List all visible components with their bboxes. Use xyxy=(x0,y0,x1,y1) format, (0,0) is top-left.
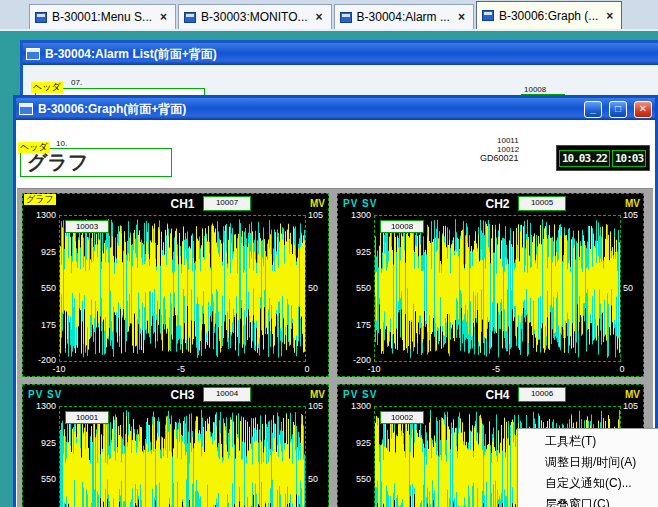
y-axis-label: 550 xyxy=(339,283,371,293)
tab-label: B-30006:Graph (... xyxy=(499,9,598,23)
document-tab-bar: B-30001:Menu S... × B-30003:MONITO... × … xyxy=(0,0,658,31)
y-axis-label: 925 xyxy=(24,247,56,257)
y2-axis-label: 50 xyxy=(308,474,330,484)
screen-title-text: グラフ xyxy=(21,149,171,176)
pv-sv-label: PV SV xyxy=(343,389,377,400)
trend-noise-canvas xyxy=(375,216,620,361)
object-id-badge: 10006 xyxy=(518,387,566,402)
menu-item-adjust-datetime[interactable]: 调整日期/时间(A) xyxy=(518,452,658,473)
graph-window-title: B-30006:Graph(前面+背面) xyxy=(38,101,577,118)
trend-noise-canvas xyxy=(60,216,305,361)
tab-b30001[interactable]: B-30001:Menu S... × xyxy=(29,4,176,29)
trend-plot xyxy=(374,215,621,362)
chart-tile-ch2[interactable]: PV SV CH2 10005 MV 1300 925 550 175 -200… xyxy=(337,193,644,377)
pv-sv-label: PV SV xyxy=(28,389,62,400)
trend-plot xyxy=(59,215,306,362)
y-axis-label: 1300 xyxy=(24,401,56,411)
y-axis-label: 1300 xyxy=(24,210,56,220)
mv-label: MV xyxy=(310,198,325,209)
y2-axis-label: 105 xyxy=(308,401,330,411)
y-axis-label: 1300 xyxy=(339,401,371,411)
tab-label: B-30003:MONITO... xyxy=(201,10,307,24)
tab-close-icon[interactable]: × xyxy=(603,9,616,23)
chart-tile-ch3[interactable]: PV SV CH3 10004 MV 1300 925 550 175 -200… xyxy=(22,384,329,507)
screen-icon xyxy=(482,10,494,21)
minimize-button[interactable]: _ xyxy=(584,101,602,118)
plot-object-id-badge: 10003 xyxy=(65,220,109,233)
clock-display-object[interactable]: 10.03.22 10:03 xyxy=(556,145,650,171)
y2-axis-label: 105 xyxy=(623,401,645,411)
y2-axis-label: 50 xyxy=(308,283,330,293)
y-axis-label: 1300 xyxy=(339,210,371,220)
y-axis-label: 925 xyxy=(339,247,371,257)
tab-b30003[interactable]: B-30003:MONITO... × xyxy=(178,4,331,29)
object-id-label: 10. xyxy=(56,139,67,148)
window-icon xyxy=(19,103,33,115)
tab-label: B-30001:Menu S... xyxy=(52,10,152,24)
menu-item-label: 自定义通知(C)... xyxy=(545,475,632,492)
alarm-window-titlebar[interactable]: B-30004:Alarm List(前面+背面) xyxy=(23,43,658,65)
tab-close-icon[interactable]: × xyxy=(455,10,468,24)
screen-icon xyxy=(35,12,47,23)
tab-b30006[interactable]: B-30006:Graph (... × xyxy=(476,1,622,29)
plot-object-id-badge: 10002 xyxy=(380,411,424,424)
object-id-badge: 10007 xyxy=(203,196,251,211)
x-axis-label: -5 xyxy=(486,364,506,374)
x-axis-label: 0 xyxy=(612,364,632,374)
x-axis-label: -5 xyxy=(171,364,191,374)
object-id-label: 10011 xyxy=(497,136,519,145)
header-tag-label: ヘッダ xyxy=(18,142,50,153)
y2-axis-label: 50 xyxy=(623,283,645,293)
menu-item-cascade-windows[interactable]: 层叠窗口(C) xyxy=(518,494,658,507)
plot-object-id-badge: 10001 xyxy=(65,411,109,424)
menu-item-toolbar[interactable]: 工具栏(T) ▶ xyxy=(518,431,658,452)
channel-title: CH3 xyxy=(59,388,306,402)
x-axis-label: -10 xyxy=(49,364,69,374)
close-button[interactable]: ✕ xyxy=(634,101,652,118)
pv-sv-label: PV SV xyxy=(343,198,377,209)
y-axis-label: 175 xyxy=(339,320,371,330)
object-id-badge: 10005 xyxy=(518,196,566,211)
y-axis-label: 550 xyxy=(24,283,56,293)
context-menu: 工具栏(T) ▶ 调整日期/时间(A) 自定义通知(C)... 层叠窗口(C) xyxy=(517,428,658,507)
mv-label: MV xyxy=(310,389,325,400)
header-tag-label: ヘッダ xyxy=(31,82,63,93)
object-id-badge: 10004 xyxy=(203,387,251,402)
alarm-window-title: B-30004:Alarm List(前面+背面) xyxy=(45,46,658,63)
graph-window-titlebar[interactable]: B-30006:Graph(前面+背面) _ □ ✕ xyxy=(16,98,655,120)
channel-title: CH1 xyxy=(59,197,306,211)
menu-item-label: 层叠窗口(C) xyxy=(545,496,610,507)
time-display: 10:03 xyxy=(612,150,646,167)
menu-item-custom-notice[interactable]: 自定义通知(C)... xyxy=(518,473,658,494)
maximize-button[interactable]: □ xyxy=(609,101,627,118)
y-axis-label: 175 xyxy=(24,320,56,330)
plot-object-id-badge: 10008 xyxy=(380,220,424,233)
y-axis-label: 550 xyxy=(24,474,56,484)
menu-item-label: 调整日期/时间(A) xyxy=(545,454,636,471)
mv-label: MV xyxy=(625,389,640,400)
y2-axis-label: 105 xyxy=(308,210,330,220)
mv-label: MV xyxy=(625,198,640,209)
tab-b30004[interactable]: B-30004:Alarm ... × xyxy=(334,4,474,29)
date-display: 10.03.22 xyxy=(559,150,610,167)
designer-workspace: B-30001:Menu S... × B-30003:MONITO... × … xyxy=(0,0,658,507)
screen-icon xyxy=(340,12,352,23)
y-axis-label: 925 xyxy=(339,438,371,448)
tab-close-icon[interactable]: × xyxy=(313,10,326,24)
channel-title: CH4 xyxy=(374,388,621,402)
tab-close-icon[interactable]: × xyxy=(157,10,170,24)
chart-tile-ch1[interactable]: グラフ CH1 10007 MV 1300 925 550 175 -200 1… xyxy=(22,193,329,377)
object-id-label: 10008 xyxy=(524,85,546,94)
menu-item-label: 工具栏(T) xyxy=(545,433,596,450)
x-axis-label: -10 xyxy=(364,364,384,374)
screen-icon xyxy=(184,12,196,23)
y2-axis-label: 105 xyxy=(623,210,645,220)
y-axis-label: 550 xyxy=(339,474,371,484)
object-id-label: 07. xyxy=(71,78,82,87)
window-icon xyxy=(26,48,40,60)
channel-title: CH2 xyxy=(374,197,621,211)
x-axis-label: 0 xyxy=(297,364,317,374)
graph-tag-label: グラフ xyxy=(24,194,56,205)
y-axis-label: 925 xyxy=(24,438,56,448)
register-label: GD60021 xyxy=(480,153,519,163)
